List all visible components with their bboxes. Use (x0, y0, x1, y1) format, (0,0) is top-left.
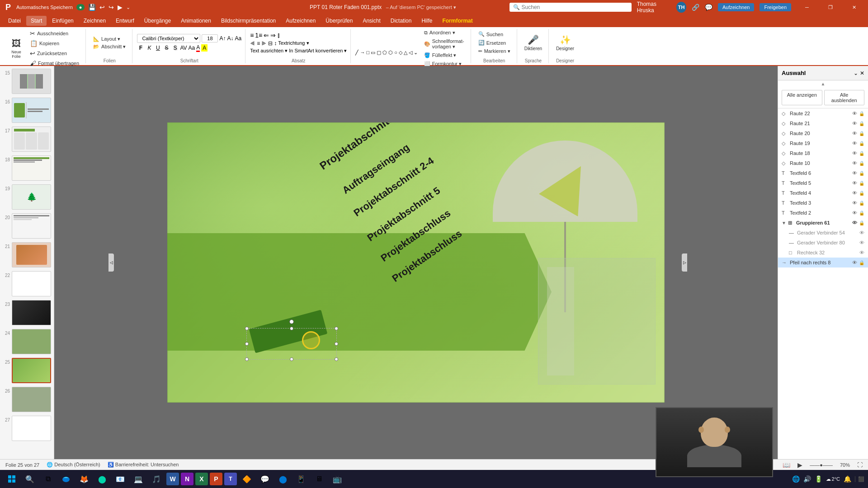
battery-icon[interactable]: 🔋 (815, 475, 822, 483)
taskbar-blue-circle-icon[interactable]: ⬤ (275, 471, 291, 487)
comments-icon[interactable]: 💬 (705, 4, 712, 11)
search-input[interactable] (522, 4, 628, 10)
layer-lock-raute10[interactable]: 🔒 (859, 161, 864, 166)
align-right-button[interactable]: ⫸ (261, 40, 267, 47)
layer-eye-raute22[interactable]: 👁 (852, 111, 857, 116)
underline-button[interactable]: U (154, 45, 161, 51)
menu-start[interactable]: Start (26, 16, 47, 26)
taskbar-mail-icon[interactable]: 📧 (112, 471, 128, 487)
taskbar-skype-icon[interactable]: 💬 (257, 471, 273, 487)
handle-ml[interactable] (245, 342, 249, 346)
taskbar-oneNote-icon[interactable]: N (181, 473, 193, 485)
menu-entwurf[interactable]: Entwurf (111, 16, 139, 26)
list-bullets-button[interactable]: ≡ (250, 32, 254, 39)
layer-item-textfeld5[interactable]: T Textfeld 5 👁 🔒 (778, 178, 868, 188)
canvas-area[interactable]: ◁ Projektabschnitt 1 Auftragseingang Pro… (54, 66, 778, 459)
align-center-button[interactable]: ≡ (257, 40, 260, 47)
layer-lock-textfeld3[interactable]: 🔒 (859, 201, 864, 206)
ausschneiden-button[interactable]: ✂ Ausschneiden (27, 29, 82, 38)
shadow-button[interactable]: S (171, 45, 179, 51)
layer-eye-textfeld2[interactable]: 👁 (852, 210, 857, 216)
minimize-button[interactable]: ─ (797, 0, 817, 14)
close-button[interactable]: ✕ (844, 0, 864, 14)
layer-eye-pfeil8[interactable]: 👁 (852, 260, 857, 265)
handle-bl[interactable] (245, 357, 249, 361)
present-icon[interactable]: ▶ (118, 4, 123, 11)
taskbar-firefox-icon[interactable]: 🦊 (76, 471, 92, 487)
layer-lock-textfeld4[interactable]: 🔒 (859, 191, 864, 196)
right-panel-collapse-button[interactable]: ▷ (682, 253, 687, 272)
layer-item-raute21[interactable]: ◇ Raute 21 👁 🔒 (778, 118, 868, 128)
layer-item-textfeld3[interactable]: T Textfeld 3 👁 🔒 (778, 198, 868, 208)
menu-zeichnen[interactable]: Zeichnen (79, 16, 110, 26)
shape-diamond-icon[interactable]: ◇ (399, 50, 402, 56)
font-shrink-icon[interactable]: A↓ (227, 35, 233, 42)
scroll-up-icon[interactable]: ▲ (821, 81, 826, 86)
layer-lock-raute22[interactable]: 🔒 (859, 111, 864, 116)
shape-rect-icon[interactable]: □ (366, 50, 369, 56)
slide-thumb-15[interactable]: 15 (2, 68, 52, 95)
layer-lock-raute20[interactable]: 🔒 (859, 131, 864, 136)
taskbar-excel-icon[interactable]: X (195, 473, 208, 485)
handle-tr[interactable] (335, 327, 338, 330)
taskbar-ppt-icon[interactable]: P (210, 473, 222, 485)
handle-br[interactable] (335, 357, 338, 361)
shape-line-icon[interactable]: ╱ (355, 50, 359, 56)
font-grow-icon[interactable]: A↑ (219, 35, 226, 42)
layer-item-textfeld6[interactable]: T Textfeld 6 👁 🔒 (778, 168, 868, 178)
panel-close-icon[interactable]: ✕ (860, 70, 864, 76)
diktieren-button[interactable]: 🎤 Diktieren (522, 33, 545, 53)
handle-mr[interactable] (335, 342, 338, 346)
slide-thumb-27[interactable]: 27 (2, 415, 52, 442)
shape-hexagon-icon[interactable]: ⬡ (388, 50, 393, 56)
taskbar-phone-icon[interactable]: 📱 (293, 471, 309, 487)
shape-pentagon-icon[interactable]: ⬠ (382, 50, 387, 56)
layer-lock-raute19[interactable]: 🔒 (859, 141, 864, 146)
handle-bm[interactable] (290, 357, 293, 361)
taskbar-music-icon[interactable]: 🎵 (148, 471, 165, 487)
layer-item-gerader-verbinder80[interactable]: — Gerader Verbinder 80 👁 (778, 238, 868, 248)
highlight-button[interactable]: A (201, 44, 208, 52)
clear-format-icon[interactable]: Aa (235, 35, 241, 42)
layer-lock-raute21[interactable]: 🔒 (859, 121, 864, 126)
layer-eye-textfeld6[interactable]: 👁 (852, 170, 857, 176)
layer-item-raute22[interactable]: ◇ Raute 22 👁 🔒 (778, 108, 868, 118)
layer-item-rechteck32[interactable]: □ Rechteck 32 👁 (778, 248, 868, 258)
abschnitt-button[interactable]: 📂 Abschnitt ▾ (90, 43, 128, 51)
slide-thumb-21[interactable]: 21 (2, 241, 52, 268)
bold-button[interactable]: F (137, 45, 144, 51)
layer-lock-textfeld2[interactable]: 🔒 (859, 211, 864, 216)
layer-eye-textfeld4[interactable]: 👁 (852, 190, 857, 196)
menu-hilfe[interactable]: Hilfe (417, 16, 437, 26)
designer-button[interactable]: ✨ Designer (553, 33, 577, 53)
taskbar-extra-icon[interactable]: 🖥 (311, 471, 327, 487)
slide-thumb-26[interactable]: 26 (2, 386, 52, 413)
layer-eye-raute20[interactable]: 👁 (852, 131, 857, 136)
undo-icon[interactable]: ↩ (99, 4, 105, 11)
panel-collapse-button[interactable]: ◁ (108, 253, 114, 272)
font-size-input[interactable] (202, 34, 218, 42)
slide-thumb-16[interactable]: 16 (2, 97, 52, 124)
save-icon[interactable]: 💾 (88, 4, 96, 11)
show-all-button[interactable]: Alle anzeigen (782, 90, 822, 105)
layer-item-gruppe61[interactable]: ▼ ⊞ Gruppieren 61 👁 🔒 (778, 218, 868, 228)
volume-icon[interactable]: 🔊 (803, 475, 811, 483)
layer-item-raute10[interactable]: ◇ Raute 10 👁 🔒 (778, 158, 868, 168)
view-reading-icon[interactable]: 📖 (783, 461, 790, 469)
zoom-slider[interactable]: ——●—— (810, 462, 833, 468)
menu-uebergaenge[interactable]: Übergänge (140, 16, 175, 26)
anordnen-button[interactable]: ⧉ Anordnen ▾ (421, 29, 467, 37)
layout-button[interactable]: 📐 Layout ▾ (90, 35, 128, 43)
layer-lock-pfeil8[interactable]: 🔒 (859, 260, 864, 265)
slide-thumb-18[interactable]: 18 (2, 155, 52, 182)
user-avatar[interactable]: TH (676, 2, 686, 13)
menu-aufzeichnen[interactable]: Aufzeichnen (281, 16, 320, 26)
shape-triangle-icon[interactable]: △ (404, 50, 407, 56)
layer-item-gerader-verbinder54[interactable]: — Gerader Verbinder 54 👁 (778, 228, 868, 238)
taskbar-task-view-icon[interactable]: ⧉ (40, 471, 56, 487)
align-left-button[interactable]: ⫷ (250, 40, 255, 47)
menu-einfuegen[interactable]: Einfügen (47, 16, 78, 26)
taskbar-teams-icon[interactable]: T (224, 473, 237, 485)
handle-tl[interactable] (245, 327, 249, 330)
layer-lock-raute18[interactable]: 🔒 (859, 151, 864, 156)
